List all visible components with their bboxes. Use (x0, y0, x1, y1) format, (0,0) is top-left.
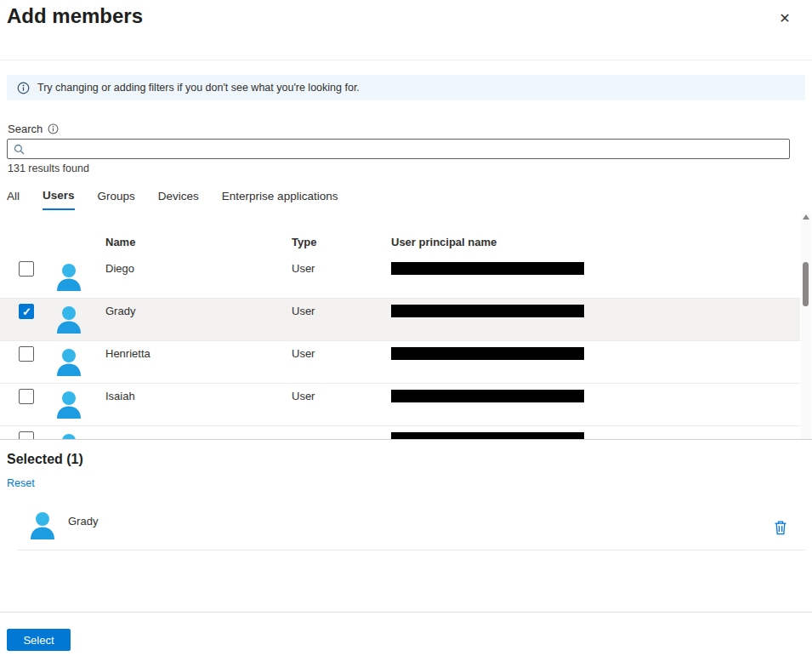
column-header-type: Type (292, 236, 316, 248)
header-divider (0, 60, 812, 60)
table-row[interactable] (0, 426, 800, 439)
selected-item-name: Grady (68, 515, 98, 528)
row-checkbox[interactable] (19, 346, 34, 362)
search-box (7, 139, 790, 159)
table-bottom-divider (0, 439, 812, 440)
user-avatar-icon (56, 433, 83, 439)
table-header: Name Type User principal name (0, 225, 800, 256)
row-type: User (292, 347, 315, 360)
redacted-upn-bar (391, 390, 584, 402)
close-icon: ✕ (779, 11, 790, 26)
row-name: Isaiah (105, 390, 135, 402)
reset-link[interactable]: Reset (7, 477, 35, 489)
row-checkbox[interactable] (19, 261, 34, 277)
trash-icon (774, 520, 787, 535)
tab-bar: All Users Groups Devices Enterprise appl… (7, 185, 338, 210)
search-input[interactable] (30, 140, 789, 157)
user-avatar-icon (56, 348, 83, 379)
column-header-name: Name (105, 236, 135, 248)
info-banner: Try changing or adding filters if you do… (7, 75, 805, 100)
column-header-upn: User principal name (391, 236, 497, 248)
table-row[interactable]: Diego User (0, 256, 800, 299)
row-name: Diego (105, 262, 134, 275)
select-button[interactable]: Select (7, 629, 71, 651)
scrollbar[interactable] (801, 213, 811, 439)
search-label-row: Search (8, 123, 59, 135)
tab-users[interactable]: Users (43, 185, 75, 210)
user-avatar-icon (56, 305, 83, 336)
info-icon (17, 82, 30, 94)
remove-selected-button[interactable] (771, 519, 790, 538)
tab-enterprise-applications[interactable]: Enterprise applications (222, 185, 338, 210)
redacted-upn-bar (391, 262, 584, 275)
user-avatar-icon (30, 511, 57, 542)
row-checkbox[interactable] (19, 431, 34, 439)
row-checkbox[interactable] (19, 304, 34, 319)
redacted-upn-bar (391, 432, 584, 439)
scrollbar-thumb[interactable] (803, 262, 809, 306)
close-button[interactable]: ✕ (773, 7, 797, 31)
row-name: Henrietta (105, 347, 150, 360)
user-list: Diego User Grady User Henrietta User (0, 256, 800, 439)
row-type: User (292, 390, 315, 402)
row-type: User (292, 305, 315, 317)
search-label: Search (8, 123, 43, 135)
results-count: 131 results found (8, 163, 89, 174)
redacted-upn-bar (391, 347, 584, 360)
row-name: Grady (105, 305, 135, 317)
add-members-panel: Add members ✕ Try changing or adding fil… (0, 0, 812, 656)
selected-section-title: Selected (1) (7, 452, 83, 467)
table-row[interactable]: Isaiah User (0, 384, 800, 426)
tab-devices[interactable]: Devices (158, 185, 199, 210)
user-avatar-icon (56, 263, 83, 294)
table-row[interactable]: Grady User (0, 299, 800, 341)
page-title: Add members (7, 4, 143, 28)
row-type: User (292, 262, 315, 275)
info-icon (48, 123, 59, 134)
user-avatar-icon (56, 391, 83, 421)
selected-item: Grady (17, 505, 805, 550)
redacted-upn-bar (391, 305, 584, 317)
footer-divider (0, 612, 812, 613)
scrollbar-up-icon[interactable] (803, 214, 809, 220)
info-banner-text: Try changing or adding filters if you do… (37, 82, 360, 94)
table-row[interactable]: Henrietta User (0, 341, 800, 384)
row-checkbox[interactable] (19, 389, 34, 404)
search-icon (14, 144, 25, 155)
tab-groups[interactable]: Groups (98, 185, 135, 210)
tab-all[interactable]: All (7, 185, 20, 210)
